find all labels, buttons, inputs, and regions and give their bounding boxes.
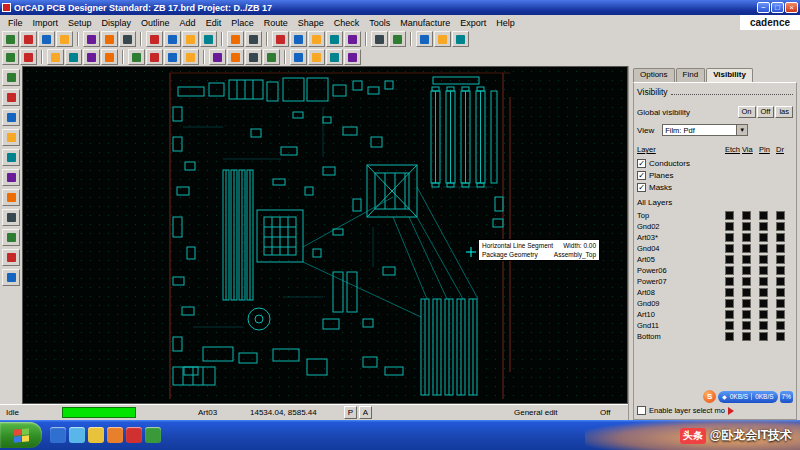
zoom-out-icon[interactable] [290, 31, 307, 47]
add-rect-icon[interactable] [65, 49, 82, 65]
origin-icon[interactable] [2, 149, 20, 166]
menu-item-display[interactable]: Display [97, 17, 137, 29]
move-icon[interactable] [146, 31, 163, 47]
drc-update-icon[interactable] [434, 31, 451, 47]
pcb-design[interactable] [23, 67, 628, 404]
enable-layer-select-checkbox[interactable] [637, 406, 646, 415]
maximize-icon[interactable]: □ [771, 2, 784, 13]
minimize-icon[interactable]: − [757, 2, 770, 13]
layer-row-art05[interactable]: Art05 [637, 254, 793, 265]
add-circle-icon[interactable] [83, 49, 100, 65]
layer-visibility-cell[interactable] [742, 255, 751, 264]
layer-visibility-cell[interactable] [759, 233, 768, 242]
layer-visibility-cell[interactable] [742, 288, 751, 297]
layer-visibility-cell[interactable] [725, 310, 734, 319]
layer-visibility-cell[interactable] [759, 255, 768, 264]
status-icon[interactable] [416, 31, 433, 47]
layer-visibility-cell[interactable] [776, 321, 785, 330]
layer-visibility-cell[interactable] [776, 211, 785, 220]
menu-item-shape[interactable]: Shape [293, 17, 329, 29]
layer-visibility-cell[interactable] [759, 244, 768, 253]
menu-item-tools[interactable]: Tools [364, 17, 395, 29]
route-connect-icon[interactable] [164, 49, 181, 65]
pdf-reader-icon[interactable] [126, 427, 142, 443]
close-icon[interactable]: × [785, 2, 798, 13]
copy-icon[interactable] [164, 31, 181, 47]
zoom-fit-icon[interactable] [308, 31, 325, 47]
dehighlight-icon[interactable] [263, 49, 280, 65]
global-last-button[interactable]: las [775, 106, 793, 118]
global-off-button[interactable]: Off [757, 106, 775, 118]
menu-item-file[interactable]: File [3, 17, 28, 29]
mirror-icon[interactable] [182, 31, 199, 47]
grid-toggle-icon[interactable] [2, 169, 20, 186]
layer-visibility-cell[interactable] [776, 299, 785, 308]
toutiao-app-icon[interactable] [145, 427, 161, 443]
layer-visibility-cell[interactable] [776, 288, 785, 297]
view-dropdown[interactable]: Film: Pdf ▼ [662, 124, 748, 136]
layer-visibility-cell[interactable] [725, 222, 734, 231]
net-speed-pill[interactable]: ◆0KB/S0KB/S [718, 391, 778, 403]
checkbox-conductors[interactable]: ✓ [637, 159, 646, 168]
tune-icon[interactable] [290, 49, 307, 65]
layer-visibility-cell[interactable] [725, 332, 734, 341]
layer-visibility-cell[interactable] [725, 255, 734, 264]
menu-item-export[interactable]: Export [455, 17, 491, 29]
layer-visibility-cell[interactable] [759, 222, 768, 231]
layer-row-gnd04[interactable]: Gnd04 [637, 243, 793, 254]
zoom-world-icon[interactable] [2, 69, 20, 86]
script-icon[interactable] [119, 31, 136, 47]
layer-row-art03[interactable]: Art03* [637, 232, 793, 243]
menu-item-add[interactable]: Add [175, 17, 201, 29]
menu-item-check[interactable]: Check [329, 17, 365, 29]
layer-visibility-cell[interactable] [725, 244, 734, 253]
layer-visibility-cell[interactable] [776, 222, 785, 231]
redraw-icon[interactable] [344, 31, 361, 47]
property-edit-icon[interactable] [20, 49, 37, 65]
reports-icon[interactable] [344, 49, 361, 65]
menu-item-manufacture[interactable]: Manufacture [395, 17, 455, 29]
info-icon[interactable] [2, 249, 20, 266]
layer-visibility-cell[interactable] [776, 266, 785, 275]
fanout-icon[interactable] [146, 49, 163, 65]
help-icon[interactable] [452, 31, 469, 47]
add-line-icon[interactable] [47, 49, 64, 65]
layer-visibility-cell[interactable] [776, 310, 785, 319]
layer-visibility-cell[interactable] [742, 222, 751, 231]
view-previous-icon[interactable] [2, 109, 20, 126]
add-text-icon[interactable] [101, 49, 118, 65]
layer-visibility-cell[interactable] [759, 277, 768, 286]
menu-item-route[interactable]: Route [259, 17, 293, 29]
pcb-canvas[interactable]: Horizontal Line Segment Width: 0.00 Pack… [22, 66, 628, 404]
layer-visibility-cell[interactable] [759, 288, 768, 297]
layer-row-gnd02[interactable]: Gnd02 [637, 221, 793, 232]
layer-visibility-cell[interactable] [742, 299, 751, 308]
layer-visibility-cell[interactable] [776, 255, 785, 264]
add-vertex-icon[interactable] [182, 49, 199, 65]
layer-visibility-cell[interactable] [742, 233, 751, 242]
layer-visibility-cell[interactable] [759, 332, 768, 341]
checkbox-planes[interactable]: ✓ [637, 171, 646, 180]
show-desktop-icon[interactable] [69, 427, 85, 443]
layer-row-power07[interactable]: Power07 [637, 276, 793, 287]
menu-item-place[interactable]: Place [226, 17, 259, 29]
internet-explorer-icon[interactable] [50, 427, 66, 443]
layer-visibility-cell[interactable] [776, 244, 785, 253]
layer-visibility-cell[interactable] [759, 310, 768, 319]
measure-icon[interactable] [227, 49, 244, 65]
enable-layer-select-row[interactable]: Enable layer select mo [637, 406, 793, 415]
zoom-in-icon[interactable] [272, 31, 289, 47]
layer-visibility-cell[interactable] [725, 233, 734, 242]
redo-icon[interactable] [245, 31, 262, 47]
color-dialog-icon[interactable] [371, 31, 388, 47]
layer-visibility-cell[interactable] [742, 310, 751, 319]
layer-visibility-cell[interactable] [759, 299, 768, 308]
media-player-icon[interactable] [107, 427, 123, 443]
film-param-icon[interactable] [308, 49, 325, 65]
layer-visibility-cell[interactable] [776, 277, 785, 286]
all-layers-row[interactable]: All Layers [637, 196, 793, 208]
tab-options[interactable]: Options [633, 68, 675, 82]
open-icon[interactable] [20, 31, 37, 47]
highlight-icon[interactable] [245, 49, 262, 65]
layer-visibility-cell[interactable] [742, 211, 751, 220]
